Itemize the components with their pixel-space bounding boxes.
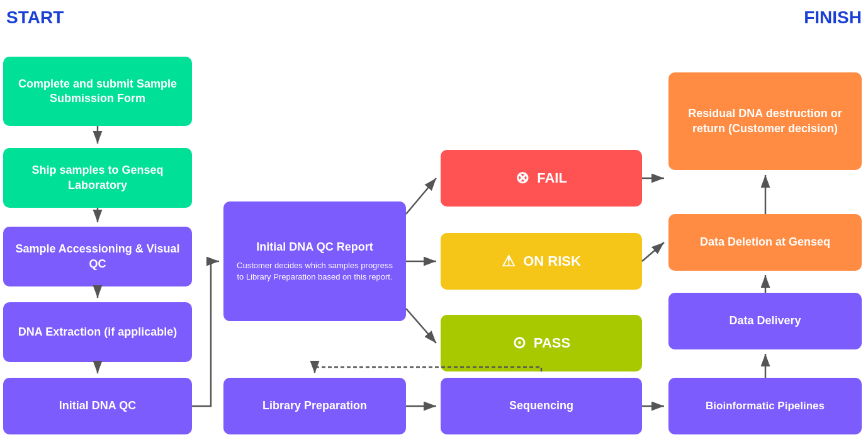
arrow-onrisk-right [642,242,664,261]
sample-accessioning-box: Sample Accessioning & Visual QC [3,227,192,286]
initial-dna-qc-box: Initial DNA QC [3,378,192,434]
on-risk-box: ⚠ ON RISK [441,233,642,290]
data-delivery-label: Data Delivery [729,314,801,328]
pass-label: PASS [534,334,570,353]
dna-qc-report-box: Initial DNA QC Report Customer decides w… [223,201,406,321]
sample-accessioning-label: Sample Accessioning & Visual QC [12,242,183,271]
fail-box: ⊗ FAIL [441,150,642,207]
sequencing-box: Sequencing [441,378,642,434]
fail-icon: ⊗ [516,167,529,189]
arrow-report-to-pass [406,309,436,343]
submit-form-box: Complete and submit Sample Submission Fo… [3,57,192,126]
residual-dna-box: Residual DNA destruction or return (Cust… [668,72,862,170]
dna-qc-report-title: Initial DNA QC Report [256,240,373,254]
on-risk-icon: ⚠ [502,251,516,271]
dna-extraction-box: DNA Extraction (if applicable) [3,302,192,362]
fail-label: FAIL [537,169,567,188]
data-deletion-label: Data Deletion at Genseq [700,235,830,249]
finish-label: FINISH [804,8,862,28]
on-risk-label: ON RISK [523,252,581,271]
bioinformatic-label: Bioinformatic Pipelines [706,399,825,413]
pass-box: ⊙ PASS [441,315,642,371]
library-prep-box: Library Preparation [223,378,406,434]
ship-samples-label: Ship samples to Genseq Laboratory [12,163,183,193]
submit-form-label: Complete and submit Sample Submission Fo… [12,77,183,106]
dna-extraction-label: DNA Extraction (if applicable) [18,325,177,339]
bioinformatic-box: Bioinformatic Pipelines [668,378,862,434]
initial-dna-qc-label: Initial DNA QC [59,399,136,413]
data-delivery-box: Data Delivery [668,293,862,349]
sequencing-label: Sequencing [509,399,573,413]
ship-samples-box: Ship samples to Genseq Laboratory [3,148,192,208]
start-label: START [6,8,64,28]
residual-dna-label: Residual DNA destruction or return (Cust… [677,106,853,136]
arrow-report-to-fail [406,178,436,214]
pass-icon: ⊙ [512,332,526,354]
library-prep-label: Library Preparation [262,399,367,413]
arrow-qc-to-report [192,261,219,406]
data-deletion-box: Data Deletion at Genseq [668,214,862,271]
dna-qc-report-subtitle: Customer decides which samples progress … [232,260,397,283]
